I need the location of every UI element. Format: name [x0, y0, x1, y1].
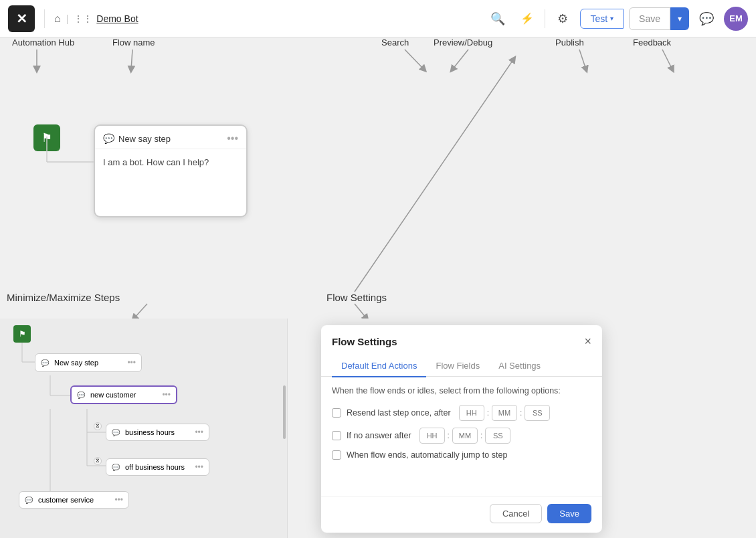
save-button[interactable]: Save — [629, 7, 670, 30]
mini-canvas-panel: ⚑ 💬 New say s — [0, 319, 288, 538]
mini-node-business-label: business hours — [125, 428, 175, 436]
test-chevron-icon: ▾ — [610, 15, 613, 22]
start-flag-top[interactable]: ⚑ — [33, 124, 60, 151]
resend-ss-input[interactable] — [525, 405, 550, 421]
anno-flow-settings-label: Flow Settings — [326, 292, 387, 303]
header: ✕ ⌂ | ⋮⋮ Demo Bot 🔍 ⚡ ⚙ Test ▾ Save — [0, 0, 756, 37]
flow-node-footer — [95, 196, 246, 216]
modal-title: Flow Settings — [332, 336, 397, 347]
flow-settings-modal: Flow Settings × Default End Actions Flow… — [321, 325, 609, 533]
search-button[interactable]: 🔍 — [486, 7, 510, 31]
modal-close-button[interactable]: × — [584, 335, 591, 349]
home-icon[interactable]: ⌂ — [54, 13, 61, 25]
mini-start-flag[interactable]: ⚑ — [13, 325, 31, 343]
test-button-group: Test ▾ — [580, 9, 624, 29]
svg-line-5 — [662, 50, 672, 70]
svg-line-10 — [355, 304, 367, 319]
feedback-button[interactable]: 💬 — [694, 7, 719, 31]
mini-node-off-business-label: off business hours — [125, 463, 185, 471]
modal-option-auto-jump: When flow ends, automatically jump to st… — [332, 450, 591, 460]
mini-node-say-label: New say step — [54, 359, 98, 367]
feedback-icon: 💬 — [699, 11, 714, 26]
save-dropdown-button[interactable]: ▾ — [670, 7, 689, 30]
modal-option-resend: Resend last step once, after : : — [332, 405, 591, 421]
mini-node-business-hours[interactable]: 💬 business hours ••• — [106, 424, 209, 441]
option-no-answer-label: If no answer after — [347, 431, 411, 440]
gear-icon: ⚙ — [557, 11, 568, 26]
modal-cancel-button[interactable]: Cancel — [490, 504, 542, 523]
mini-scrollbar — [283, 385, 286, 439]
canvas-area: Automation Hub Flow name Search Preview/… — [0, 37, 756, 538]
mini-node-cs-menu[interactable]: ••• — [114, 495, 123, 505]
flow-node-header: 💬 New say step ••• — [95, 126, 246, 149]
mini-node-customer-service[interactable]: 💬 customer service ••• — [19, 491, 129, 509]
flag-icon: ⚑ — [41, 130, 52, 145]
mini-node-customer[interactable]: 💬 new customer ••• — [70, 385, 177, 404]
node-menu-icon[interactable]: ••• — [227, 132, 238, 145]
settings-button[interactable]: ⚙ — [551, 7, 575, 31]
checkbox-auto-jump[interactable] — [332, 450, 341, 460]
mini-node-say-step[interactable]: 💬 New say step ••• — [35, 353, 142, 372]
test-button[interactable]: Test ▾ — [580, 9, 624, 29]
svg-line-3 — [452, 50, 468, 70]
header-actions: 🔍 ⚡ ⚙ Test ▾ Save ▾ 💬 EM — [486, 7, 748, 31]
mini-node-customer-menu[interactable]: ••• — [162, 390, 171, 399]
breadcrumb: ⌂ | ⋮⋮ Demo Bot — [54, 13, 138, 25]
anno-minimize-label: Minimize/Maximize Steps — [7, 292, 120, 303]
mini-node-customer-label: new customer — [90, 391, 136, 399]
mini-node-customer-icon: 💬 — [77, 391, 85, 399]
no-answer-mm-input[interactable] — [452, 428, 478, 444]
modal-header: Flow Settings × — [321, 325, 602, 349]
no-answer-hh-input[interactable] — [419, 428, 445, 444]
time-sep-3: : — [448, 431, 450, 440]
no-answer-ss-input[interactable] — [485, 428, 510, 444]
svg-line-4 — [579, 50, 586, 70]
tab-flow-fields[interactable]: Flow Fields — [426, 355, 489, 377]
anno-feedback: Feedback — [633, 37, 671, 48]
header-divider-1 — [44, 9, 45, 28]
breadcrumb-separator: | — [66, 13, 69, 24]
mini-node-business-menu[interactable]: ••• — [195, 428, 203, 437]
anno-automation-hub: Automation Hub — [12, 37, 74, 48]
mini-filter-offbusiness: ⧖ — [94, 457, 102, 465]
mini-node-business-icon: 💬 — [112, 429, 120, 436]
anno-preview-debug: Preview/Debug — [434, 37, 492, 48]
mini-node-off-business-menu[interactable]: ••• — [195, 462, 203, 472]
checkbox-no-answer[interactable] — [332, 431, 341, 440]
option-resend-label: Resend last step once, after — [347, 408, 451, 418]
flow-name[interactable]: Demo Bot — [96, 13, 138, 24]
flow-icon: ⋮⋮ — [74, 13, 92, 24]
mini-node-say-icon: 💬 — [41, 359, 49, 367]
modal-save-button[interactable]: Save — [547, 504, 591, 523]
mini-filter-business: ⧖ — [94, 422, 102, 430]
tab-default-end-actions[interactable]: Default End Actions — [332, 355, 426, 377]
logo-icon: ✕ — [16, 11, 27, 27]
mini-node-say-menu[interactable]: ••• — [127, 358, 136, 367]
option-auto-jump-label: When flow ends, automatically jump to st… — [347, 450, 507, 460]
anno-search: Search — [381, 37, 409, 48]
svg-line-1 — [131, 50, 132, 70]
anno-flow-name: Flow name — [112, 37, 155, 48]
flow-node-title: 💬 New say step — [103, 133, 171, 144]
time-sep-4: : — [480, 431, 482, 440]
svg-line-8 — [134, 304, 147, 319]
modal-option-no-answer: If no answer after : : — [332, 428, 591, 444]
resend-mm-input[interactable] — [492, 405, 517, 421]
avatar[interactable]: EM — [724, 7, 748, 31]
time-fields-no-answer: : : — [419, 428, 511, 444]
preview-debug-button[interactable]: ⚡ — [515, 7, 539, 31]
time-sep-1: : — [487, 408, 489, 418]
resend-hh-input[interactable] — [459, 405, 484, 421]
save-dropdown-icon: ▾ — [678, 14, 682, 23]
flow-node-card[interactable]: 💬 New say step ••• I am a bot. How can I… — [94, 124, 248, 217]
tab-ai-settings[interactable]: AI Settings — [489, 355, 550, 377]
mini-node-cs-label: customer service — [38, 496, 94, 504]
mini-node-off-business-hours[interactable]: 💬 off business hours ••• — [106, 458, 209, 476]
modal-description: When the flow ends or idles, select from… — [332, 386, 591, 395]
save-button-group: Save ▾ — [629, 7, 689, 30]
modal-footer: Cancel Save — [321, 497, 602, 533]
modal-container: Flow Settings × Default End Actions Flow… — [321, 325, 602, 533]
checkbox-resend[interactable] — [332, 408, 341, 418]
time-sep-2: : — [520, 408, 522, 418]
logo[interactable]: ✕ — [8, 5, 35, 32]
